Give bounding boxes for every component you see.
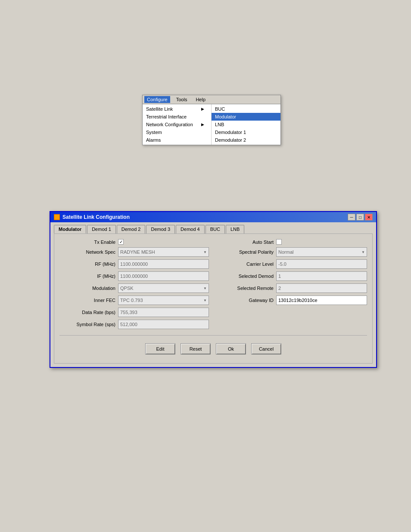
menu-bar-tools[interactable]: Tools [174, 96, 190, 103]
menu-sub-demodulator1[interactable]: Demodulator 1 [212, 128, 280, 136]
form-right-col: Auto Start Spectral Polarity Normal ▼ Ca… [218, 239, 367, 332]
satellite-link-config-window: Satellite Link Configuration ─ □ ✕ Modul… [50, 211, 377, 368]
symbol-rate-label: Symbol Rate (sps) [59, 322, 115, 327]
if-mhz-label: IF (MHz) [59, 274, 115, 279]
tab-demod4[interactable]: Demod 4 [176, 225, 205, 233]
edit-button[interactable]: Edit [145, 343, 175, 355]
title-bar: Satellite Link Configuration ─ □ ✕ [50, 212, 376, 222]
network-spec-row: Network Spec RADYNE MESH ▼ [59, 247, 209, 257]
menu-sub-buc[interactable]: BUC [212, 105, 280, 113]
tab-buc[interactable]: BUC [206, 225, 225, 233]
menu-alarms[interactable]: Alarms [143, 136, 211, 144]
menu-sub-col: BUC Modulator LNB Demodulator 1 Demodula… [212, 104, 280, 145]
tab-demod2[interactable]: Demod 2 [117, 225, 146, 233]
selected-remote-input[interactable] [276, 283, 367, 293]
modulation-row: Modulation QPSK ▼ [59, 283, 209, 293]
reset-button[interactable]: Reset [181, 343, 211, 355]
menu-panel: Satellite Link▶ Terrestrial Interface Ne… [143, 104, 280, 145]
auto-start-row: Auto Start [218, 239, 367, 245]
context-menu: Configure Tools Help Satellite Link▶ Ter… [142, 95, 281, 145]
title-bar-left: Satellite Link Configuration [54, 214, 130, 220]
tx-enable-row: Tx Enable ✓ [59, 239, 209, 245]
menu-main-col: Satellite Link▶ Terrestrial Interface Ne… [143, 104, 212, 145]
tx-enable-checkbox[interactable]: ✓ [118, 239, 124, 245]
tab-bar: Modulator Demod 1 Demod 2 Demod 3 Demod … [50, 222, 376, 233]
tab-demod3[interactable]: Demod 3 [146, 225, 175, 233]
window-icon [54, 214, 60, 220]
modulation-select[interactable]: QPSK ▼ [118, 283, 209, 293]
modulation-label: Modulation [59, 286, 115, 291]
rf-mhz-input[interactable] [118, 259, 209, 269]
selected-remote-label: Selected Remote [218, 286, 274, 291]
inner-fec-row: Inner FEC TPC 0.793 ▼ [59, 296, 209, 305]
rf-mhz-row: RF (MHz) [59, 259, 209, 269]
if-mhz-row: IF (MHz) [59, 271, 209, 281]
tab-modulator[interactable]: Modulator [54, 225, 86, 233]
carrier-level-label: Carrier Level [218, 261, 274, 267]
tx-enable-checkbox-wrap: ✓ [118, 239, 124, 245]
inner-fec-arrow: ▼ [203, 299, 207, 302]
rf-mhz-label: RF (MHz) [59, 261, 115, 267]
title-controls: ─ □ ✕ [348, 214, 373, 221]
form-divider [59, 335, 367, 336]
menu-system[interactable]: System [143, 128, 211, 136]
network-spec-label: Network Spec [59, 249, 115, 255]
menu-bar-configure[interactable]: Configure [144, 96, 170, 103]
minimize-button[interactable]: ─ [348, 214, 355, 221]
form-left-col: Tx Enable ✓ Network Spec RADYNE MESH ▼ R… [59, 239, 209, 332]
menu-sub-modulator[interactable]: Modulator [212, 113, 280, 121]
symbol-rate-row: Symbol Rate (sps) [59, 320, 209, 329]
data-rate-label: Data Rate (bps) [59, 310, 115, 315]
data-rate-row: Data Rate (bps) [59, 308, 209, 317]
selected-remote-row: Selected Remote [218, 283, 367, 293]
selected-demod-row: Selected Demod [218, 271, 367, 281]
tab-demod1[interactable]: Demod 1 [87, 225, 116, 233]
menu-bar: Configure Tools Help [143, 95, 280, 104]
network-spec-arrow: ▼ [203, 250, 207, 254]
auto-start-label: Auto Start [218, 240, 274, 245]
close-button[interactable]: ✕ [365, 214, 373, 221]
cancel-button[interactable]: Cancel [251, 343, 281, 355]
window-title: Satellite Link Configuration [62, 214, 130, 220]
spectral-polarity-select[interactable]: Normal ▼ [276, 247, 367, 257]
if-mhz-input[interactable] [118, 271, 209, 281]
carrier-level-input[interactable] [276, 259, 367, 269]
spectral-polarity-arrow: ▼ [361, 250, 365, 254]
ok-button[interactable]: Ok [216, 343, 246, 355]
menu-sub-lnb[interactable]: LNB [212, 121, 280, 128]
menu-bar-help[interactable]: Help [193, 96, 208, 103]
auto-start-checkbox-wrap [276, 239, 282, 245]
menu-terrestrial-interface[interactable]: Terrestrial Interface [143, 113, 211, 121]
menu-satellite-link[interactable]: Satellite Link▶ [143, 105, 211, 113]
menu-sub-demodulator2[interactable]: Demodulator 2 [212, 136, 280, 144]
button-bar: Edit Reset Ok Cancel [59, 340, 367, 358]
carrier-level-row: Carrier Level [218, 259, 367, 269]
gateway-id-label: Gateway ID [218, 298, 274, 303]
menu-network-configuration[interactable]: Network Configuration▶ [143, 121, 211, 128]
network-spec-select[interactable]: RADYNE MESH ▼ [118, 247, 209, 257]
spectral-polarity-label: Spectral Polarity [218, 249, 274, 255]
form-section: Tx Enable ✓ Network Spec RADYNE MESH ▼ R… [59, 239, 367, 332]
gateway-id-row: Gateway ID [218, 296, 367, 305]
spectral-polarity-row: Spectral Polarity Normal ▼ [218, 247, 367, 257]
content-area: Tx Enable ✓ Network Spec RADYNE MESH ▼ R… [54, 233, 373, 364]
modulation-arrow: ▼ [203, 286, 207, 290]
inner-fec-label: Inner FEC [59, 298, 115, 303]
restore-button[interactable]: □ [356, 214, 364, 221]
data-rate-input[interactable] [118, 308, 209, 317]
tab-lnb[interactable]: LNB [226, 225, 244, 233]
inner-fec-select[interactable]: TPC 0.793 ▼ [118, 296, 209, 305]
auto-start-checkbox[interactable] [276, 239, 282, 245]
selected-demod-label: Selected Demod [218, 274, 274, 279]
selected-demod-input[interactable] [276, 271, 367, 281]
tx-enable-label: Tx Enable [59, 240, 115, 245]
symbol-rate-input[interactable] [118, 320, 209, 329]
gateway-id-input[interactable] [276, 296, 367, 305]
